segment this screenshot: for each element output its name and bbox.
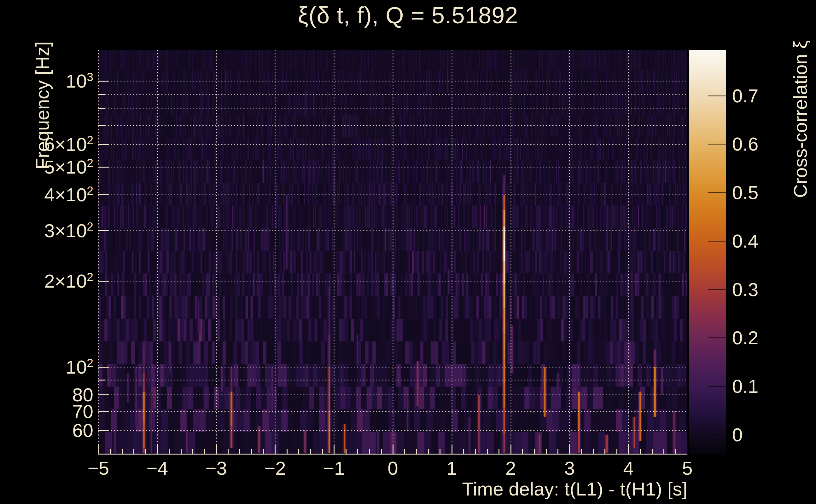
colorbar-tick-label: 0.2 [732, 327, 758, 349]
y-tick-label: 3×102 [44, 220, 93, 241]
colorbar-tick-label: 0.7 [732, 85, 758, 106]
y-tick-label: 103 [66, 70, 93, 92]
colorbar-tick-label: 0.6 [732, 133, 758, 155]
colorbar-tick-label: 0.4 [732, 230, 758, 252]
heatmap-canvas [98, 50, 687, 455]
y-tick-label: 2×102 [44, 270, 93, 292]
x-tick-label: 3 [564, 457, 575, 479]
y-tick-label: 102 [66, 356, 93, 378]
colorbar-tick-label: 0.5 [732, 182, 758, 203]
y-axis-title: Frequency [Hz] [32, 42, 53, 170]
colorbar-gradient [689, 50, 726, 455]
x-tick-label: −2 [264, 457, 286, 479]
x-axis-title: Time delay: t(L1) - t(H1) [s] [462, 478, 687, 500]
y-tick-label: 4×102 [44, 184, 93, 206]
plot-title: ξ(δ t, f), Q = 5.51892 [0, 2, 816, 29]
y-tick-label: 60 [72, 420, 93, 441]
figure-window: ξ(δ t, f), Q = 5.51892 −5−4−3−2−1012345 … [0, 0, 816, 504]
x-tick-label: 2 [505, 457, 516, 479]
x-tick-label: −5 [88, 457, 109, 479]
y-tick-label: 70 [72, 400, 93, 422]
colorbar-title: Cross-correlation ξ [790, 40, 811, 198]
colorbar-tick-label: 0.1 [732, 375, 758, 397]
x-tick-label: 0 [388, 457, 398, 479]
x-tick-label: −3 [205, 457, 227, 479]
colorbar-tick-label: 0 [732, 424, 743, 445]
x-tick-label: −4 [146, 457, 168, 479]
colorbar-tick-label: 0.3 [732, 278, 758, 300]
x-tick-label: −1 [323, 457, 345, 479]
x-tick-label: 5 [682, 457, 693, 479]
x-tick-label: 1 [446, 457, 457, 479]
x-tick-label: 4 [624, 457, 634, 479]
